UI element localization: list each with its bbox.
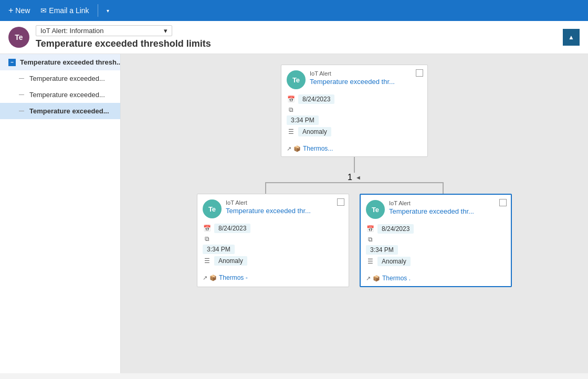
card-date-top: 8/24/2023 <box>298 94 334 104</box>
card-status-field-left: ☰ Anomaly <box>203 256 343 266</box>
chevron-down-icon: ▾ <box>107 8 109 14</box>
card-avatar-right: Te <box>366 200 385 219</box>
card-time-field-right: 3:34 PM <box>366 245 506 255</box>
sidebar-item-0[interactable]: – Temperature exceeded thresh... <box>0 54 120 70</box>
card-status-left: Anomaly <box>214 256 247 266</box>
connector-top: 1 ◄ <box>131 157 578 194</box>
sidebar-item-label-3: Temperature exceeded... <box>29 107 109 115</box>
calendar-icon: 📅 <box>287 96 295 103</box>
tree-layout: Te IoT Alert Temperature exceeded thr...… <box>131 65 578 287</box>
card-date-right: 8/24/2023 <box>377 224 414 234</box>
sidebar-item-2[interactable]: Temperature exceeded... <box>0 87 120 103</box>
sidebar-item-label-2: Temperature exceeded... <box>29 91 105 99</box>
dash-icon <box>19 94 24 95</box>
card-time-top: 3:34 PM <box>287 115 319 125</box>
new-button[interactable]: + New <box>4 4 34 17</box>
card-link-row-left: ↗ 📦 Thermos - <box>197 272 349 286</box>
branch-drops <box>265 183 444 194</box>
pagination-number: 1 <box>348 173 352 182</box>
package-icon: 📦 <box>293 145 301 152</box>
card-info-left: IoT Alert Temperature exceeded thr... <box>226 199 311 215</box>
bottom-cards-row: Te IoT Alert Temperature exceeded thr...… <box>197 194 512 287</box>
card-body-right: 📅 8/24/2023 ⧉ 3:34 PM ☰ Anomaly <box>361 222 511 272</box>
plus-icon: + <box>8 6 13 15</box>
toolbar-chevron-button[interactable]: ▾ <box>102 6 113 16</box>
branch-right-v <box>443 183 444 194</box>
card-title-left[interactable]: Temperature exceeded thr... <box>226 207 311 215</box>
toolbar-divider <box>98 4 98 17</box>
card-checkbox-right[interactable] <box>499 199 507 206</box>
list-icon: ☰ <box>203 257 211 265</box>
card-header-left: Te IoT Alert Temperature exceeded thr... <box>197 194 349 222</box>
card-checkbox-top[interactable] <box>416 69 423 77</box>
copy-icon: ⧉ <box>203 235 211 243</box>
sidebar-item-3[interactable]: Temperature exceeded... <box>0 103 120 119</box>
card-time-field-left: 3:34 PM <box>203 245 343 254</box>
card-checkbox-left[interactable] <box>337 198 344 206</box>
sidebar-item-1[interactable]: Temperature exceeded... <box>0 70 120 87</box>
card-type-right: IoT Alert <box>389 200 474 206</box>
arrow-icon: ↗ <box>203 275 207 281</box>
pagination-arrow-button[interactable]: ◄ <box>355 174 361 181</box>
pagination-row: 1 ◄ <box>348 173 361 182</box>
card-type-top: IoT Alert <box>310 70 395 77</box>
card-link-left[interactable]: Thermos - <box>219 274 248 281</box>
sidebar: – Temperature exceeded thresh... Tempera… <box>0 54 121 373</box>
header-dropdown[interactable]: IoT Alert: Information ▾ <box>36 25 172 36</box>
sidebar-item-label-0: Temperature exceeded thresh... <box>20 58 120 66</box>
arrow-icon: ↗ <box>287 145 291 152</box>
card-status-field-right: ☰ Anomaly <box>366 257 506 266</box>
email-label: Email a Link <box>49 6 89 15</box>
page-title: Temperature exceeded threshold limits <box>36 38 580 49</box>
card-date-field-right: 📅 8/24/2023 <box>366 224 506 234</box>
card-status-right: Anomaly <box>377 257 411 266</box>
package-icon: 📦 <box>373 275 380 282</box>
card-info-right: IoT Alert Temperature exceeded thr... <box>389 200 474 215</box>
h-connector <box>265 182 444 194</box>
main-content: – Temperature exceeded thresh... Tempera… <box>0 54 588 373</box>
new-label: New <box>15 6 30 15</box>
card-copy-field-right: ⧉ <box>366 236 506 243</box>
card-avatar-top: Te <box>287 70 306 89</box>
card-body-top: 📅 8/24/2023 ⧉ 3:34 PM ☰ Anomaly <box>281 92 427 143</box>
calendar-icon: 📅 <box>203 225 211 232</box>
bottom-right-card: Te IoT Alert Temperature exceeded thr...… <box>360 194 512 287</box>
card-link-row-right: ↗ 📦 Thermos . <box>361 272 511 286</box>
chevron-down-icon: ▾ <box>164 27 167 35</box>
card-link-right[interactable]: Thermos . <box>382 275 411 282</box>
card-link-top[interactable]: Thermos... <box>303 145 333 152</box>
card-body-left: 📅 8/24/2023 ⧉ 3:34 PM ☰ Anomaly <box>197 222 349 272</box>
card-title-top[interactable]: Temperature exceeded thr... <box>310 78 395 86</box>
copy-icon: ⧉ <box>287 106 295 113</box>
top-card-wrapper: Te IoT Alert Temperature exceeded thr...… <box>281 65 428 157</box>
sidebar-item-label-1: Temperature exceeded... <box>29 75 105 82</box>
arrow-icon: ↗ <box>366 275 371 282</box>
collapse-icon: ▲ <box>568 34 574 41</box>
bottom-left-card: Te IoT Alert Temperature exceeded thr...… <box>197 194 349 287</box>
card-type-left: IoT Alert <box>226 199 311 206</box>
email-link-button[interactable]: ✉ Email a Link <box>36 4 93 17</box>
top-card: Te IoT Alert Temperature exceeded thr...… <box>281 65 428 157</box>
card-avatar-left: Te <box>203 199 222 218</box>
card-copy-field-top: ⧉ <box>287 106 422 113</box>
email-icon: ✉ <box>40 6 47 15</box>
v-connector-top <box>354 157 355 173</box>
card-title-right[interactable]: Temperature exceeded thr... <box>389 207 474 215</box>
dash-icon <box>19 111 24 111</box>
collapse-button[interactable]: ▲ <box>563 29 580 46</box>
card-time-left: 3:34 PM <box>203 245 235 254</box>
calendar-icon: 📅 <box>366 225 374 233</box>
toolbar: + New ✉ Email a Link ▾ <box>0 0 588 21</box>
dash-icon <box>19 78 24 79</box>
card-link-row-top: ↗ 📦 Thermos... <box>281 143 427 156</box>
right-area: Te IoT Alert Temperature exceeded thr...… <box>121 54 588 373</box>
card-copy-field-left: ⧉ <box>203 235 343 243</box>
list-icon: ☰ <box>287 128 295 135</box>
copy-icon: ⧉ <box>366 236 374 243</box>
card-date-field-left: 📅 8/24/2023 <box>203 224 343 233</box>
package-icon: 📦 <box>209 275 217 281</box>
card-time-field-top: 3:34 PM <box>287 115 422 125</box>
card-date-left: 8/24/2023 <box>214 224 250 233</box>
card-status-top: Anomaly <box>298 127 331 136</box>
list-icon: ☰ <box>366 258 374 265</box>
